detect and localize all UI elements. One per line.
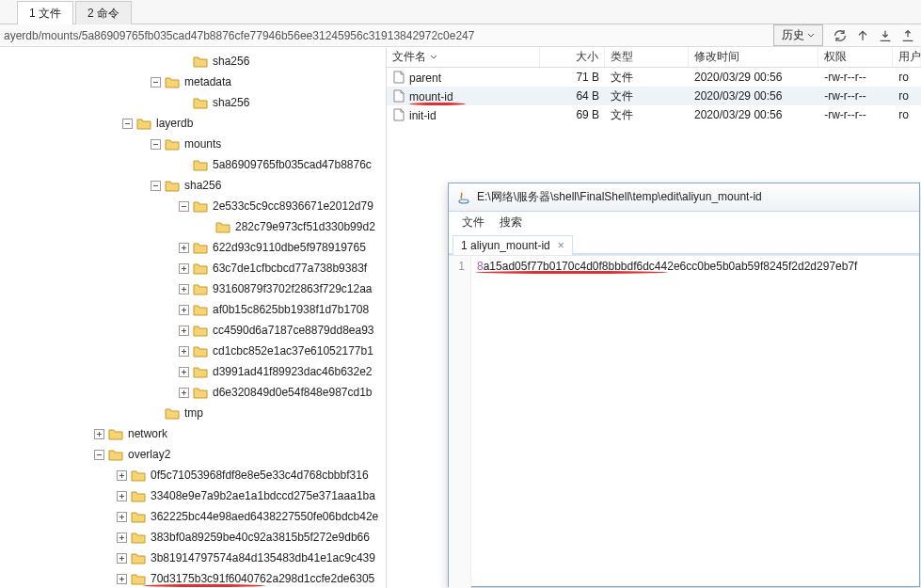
editor-window: E:\网络\服务器\shell\FinalShell\temp\edit\ali…	[448, 183, 920, 587]
file-name: parent	[409, 72, 441, 85]
tree-node[interactable]: 383bf0a89259be40c92a3815b5f272e9db66	[0, 527, 386, 548]
expand-icon[interactable]	[117, 512, 127, 522]
folder-label: 383bf0a89259be40c92a3815b5f272e9db66	[151, 531, 370, 544]
file-perm: -rw-r--r--	[818, 108, 893, 121]
tree-node[interactable]: d3991ad41f89923dac46b632e2	[0, 361, 386, 382]
file-row[interactable]: init-id 69 B 文件 2020/03/29 00:56 -rw-r--…	[387, 105, 921, 124]
tab-commands[interactable]: 2 命令	[75, 1, 132, 24]
tree-node[interactable]: 70d3175b3c91f6040762a298d1ccfe2de6305	[0, 568, 386, 588]
file-size: 69 B	[540, 108, 605, 121]
expand-icon[interactable]	[179, 326, 189, 336]
expand-icon[interactable]	[179, 263, 189, 274]
expand-icon[interactable]	[94, 429, 104, 439]
folder-label: 33408e9e7a9b2ae1a1bdccd275e371aaa1ba	[151, 489, 375, 502]
folder-label: 93160879f3702f2863f729c12aa	[213, 282, 373, 295]
col-size[interactable]: 大小	[540, 47, 605, 67]
tree-node[interactable]: 0f5c71053968fdf8e8e5e33c4d768cbbbf316	[0, 465, 386, 485]
folder-label: cc4590d6a7187ce8879dd8ea93	[213, 324, 374, 337]
folder-label: network	[128, 427, 167, 440]
file-mtime: 2020/03/29 00:56	[689, 89, 818, 103]
col-perm[interactable]: 权限	[818, 47, 893, 67]
editor-title-text: E:\网络\服务器\shell\FinalShell\temp\edit\ali…	[477, 189, 762, 205]
tree-node[interactable]: af0b15c8625bb1938f1d7b1708	[0, 299, 386, 320]
file-name: mount-id	[409, 90, 453, 103]
tree-node[interactable]: sha256	[0, 51, 386, 72]
tree-node[interactable]: layerdb	[0, 113, 386, 134]
file-size: 64 B	[540, 89, 605, 103]
collapse-icon[interactable]	[151, 181, 161, 191]
tree-node[interactable]: 2e533c5c9cc8936671e2012d79	[0, 196, 386, 216]
expand-icon[interactable]	[117, 470, 127, 481]
file-type: 文件	[605, 70, 689, 86]
refresh-icon[interactable]	[833, 28, 848, 43]
col-user[interactable]: 用户	[893, 47, 921, 67]
expand-icon[interactable]	[117, 574, 127, 584]
tree-node[interactable]: overlay2	[0, 444, 386, 465]
collapse-icon[interactable]	[151, 139, 161, 150]
folder-label: tmp	[184, 406, 203, 420]
history-button[interactable]: 历史	[773, 24, 823, 46]
collapse-icon[interactable]	[94, 450, 104, 460]
expand-icon[interactable]	[179, 388, 189, 398]
col-name[interactable]: 文件名	[387, 47, 540, 67]
folder-label: mounts	[184, 137, 221, 151]
file-row[interactable]: parent 71 B 文件 2020/03/29 00:56 -rw-r--r…	[387, 68, 921, 87]
close-icon[interactable]: ×	[558, 239, 564, 252]
file-mtime: 2020/03/29 00:56	[689, 108, 818, 121]
tree-node[interactable]: d6e320849d0e54f848e987cd1b	[0, 382, 386, 403]
tree-node[interactable]: cd1cbc852e1ac37e61052177b1	[0, 341, 386, 361]
expand-icon[interactable]	[179, 284, 189, 294]
tree-node[interactable]: sha256	[0, 92, 386, 113]
expand-icon[interactable]	[179, 346, 189, 357]
menu-search[interactable]: 搜索	[492, 213, 530, 232]
tree-node[interactable]: cc4590d6a7187ce8879dd8ea93	[0, 320, 386, 341]
expand-icon[interactable]	[179, 305, 189, 315]
file-icon	[392, 71, 405, 84]
collapse-icon[interactable]	[122, 119, 133, 129]
tree-pane[interactable]: sha256 metadata sha256 layerdb mounts 5a…	[0, 47, 387, 588]
menu-file[interactable]: 文件	[454, 213, 492, 232]
tree-node[interactable]: metadata	[0, 72, 386, 92]
tree-node[interactable]: mounts	[0, 134, 386, 154]
download-icon[interactable]	[878, 28, 893, 43]
folder-label: af0b15c8625bb1938f1d7b1708	[213, 303, 369, 316]
col-mtime[interactable]: 修改时间	[689, 47, 818, 67]
collapse-icon[interactable]	[179, 201, 189, 212]
tree-node[interactable]: tmp	[0, 403, 386, 423]
tree-node[interactable]: 63c7de1cfbcbcd77a738b9383f	[0, 258, 386, 278]
tree-node[interactable]: 362225bc44e98aed6438227550fe06bdcb42e	[0, 506, 386, 527]
file-type: 文件	[605, 88, 689, 104]
path-input[interactable]: ayerdb/mounts/5a86909765fb035cad47b8876c…	[0, 29, 770, 42]
folder-label: 622d93c9110dbe5f978919765	[213, 241, 366, 254]
tree-node[interactable]: 3b81914797574a84d135483db41e1ac9c439	[0, 548, 386, 568]
file-mtime: 2020/03/29 00:56	[689, 71, 818, 84]
tab-files[interactable]: 1 文件	[17, 1, 73, 24]
file-row[interactable]: mount-id 64 B 文件 2020/03/29 00:56 -rw-r-…	[387, 87, 921, 105]
tree-node[interactable]: network	[0, 423, 386, 444]
tree-node[interactable]: 282c79e973cf51d330b99d2	[0, 216, 386, 237]
file-size: 71 B	[540, 71, 605, 84]
tree-node[interactable]: 33408e9e7a9b2ae1a1bdccd275e371aaa1ba	[0, 485, 386, 506]
expand-icon[interactable]	[179, 367, 189, 377]
expand-icon[interactable]	[117, 553, 127, 564]
tree-node[interactable]: 5a86909765fb035cad47b8876c	[0, 154, 386, 175]
file-type: 文件	[605, 107, 689, 123]
code-text: a15ad05f77b0170c4d0f8bbbdf6dc442e6cc0be5…	[484, 260, 858, 273]
tree-node[interactable]: sha256	[0, 175, 386, 196]
editor-titlebar[interactable]: E:\网络\服务器\shell\FinalShell\temp\edit\ali…	[449, 183, 919, 212]
up-icon[interactable]	[855, 28, 870, 43]
line-gutter: 1	[449, 256, 471, 588]
tree-node[interactable]: 622d93c9110dbe5f978919765	[0, 237, 386, 258]
expand-icon[interactable]	[117, 491, 127, 501]
expand-icon[interactable]	[117, 532, 127, 543]
file-perm: -rw-r--r--	[818, 89, 893, 103]
collapse-icon[interactable]	[151, 77, 161, 87]
expand-icon[interactable]	[179, 243, 189, 253]
code-area[interactable]: 8a15ad05f77b0170c4d0f8bbbdf6dc442e6cc0be…	[471, 256, 919, 588]
col-type[interactable]: 类型	[605, 47, 689, 67]
folder-label: d6e320849d0e54f848e987cd1b	[213, 386, 373, 399]
history-label: 历史	[782, 27, 804, 43]
upload-icon[interactable]	[900, 28, 915, 43]
tree-node[interactable]: 93160879f3702f2863f729c12aa	[0, 278, 386, 299]
editor-tab[interactable]: 1 aliyun_mount-id ×	[453, 235, 573, 255]
